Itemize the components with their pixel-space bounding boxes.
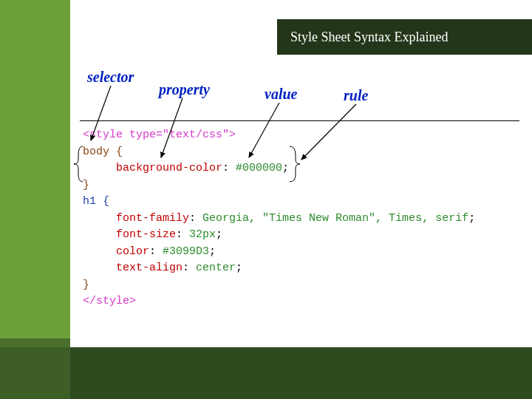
label-selector: selector bbox=[87, 69, 134, 86]
horizontal-rule bbox=[80, 120, 519, 121]
label-rule: rule bbox=[344, 87, 368, 104]
slide-title: Style Sheet Syntax Explained bbox=[290, 30, 448, 45]
code-h1-color-val: #3099D3 bbox=[163, 245, 209, 258]
code-close-brace-1: } bbox=[83, 179, 89, 191]
code-block: <style type="text/css"> body { backgroun… bbox=[83, 127, 475, 310]
slide-title-box: Style Sheet Syntax Explained bbox=[277, 19, 532, 55]
left-sidebar-strip bbox=[0, 0, 70, 347]
code-open-tag: <style type="text/css"> bbox=[83, 129, 236, 141]
code-h1-fs-val: 32px bbox=[189, 228, 216, 241]
code-h1-ta-val: center bbox=[196, 262, 236, 274]
code-h1-ff-prop: font-family bbox=[116, 212, 189, 225]
footer-accent-strip bbox=[0, 338, 70, 347]
code-body-prop: background-color bbox=[116, 162, 222, 174]
code-close-tag: </style> bbox=[83, 295, 136, 307]
code-body-selector: body { bbox=[83, 146, 123, 158]
label-property: property bbox=[159, 81, 210, 98]
code-body-val: #000000 bbox=[236, 162, 282, 174]
code-close-brace-2: } bbox=[83, 279, 89, 291]
brace-left-icon bbox=[74, 146, 83, 182]
label-value: value bbox=[265, 86, 297, 103]
footer-bar bbox=[0, 347, 532, 399]
code-h1-color-prop: color bbox=[116, 245, 149, 258]
code-h1-selector: h1 { bbox=[83, 195, 109, 208]
code-h1-ta-prop: text-align bbox=[116, 262, 183, 274]
footer-corner bbox=[0, 347, 70, 399]
code-h1-ff-val: Georgia, "Times New Roman", Times, serif bbox=[202, 212, 468, 225]
code-h1-fs-prop: font-size bbox=[116, 228, 176, 241]
